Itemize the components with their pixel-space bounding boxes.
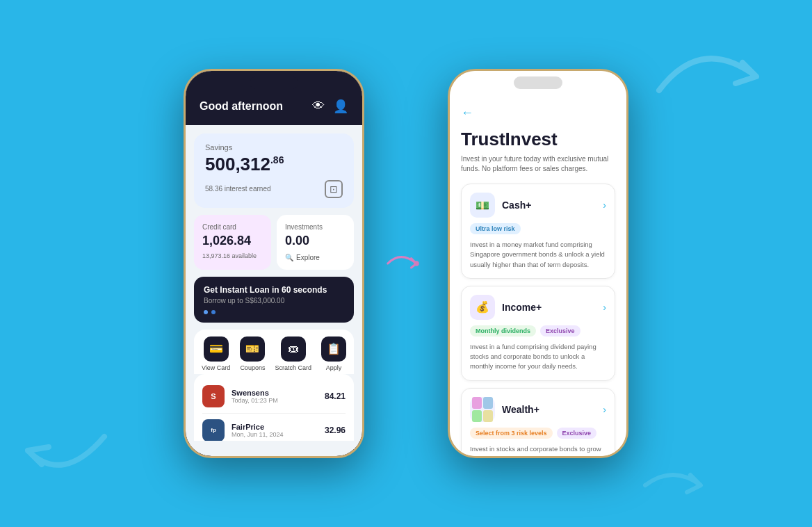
nav-coupons[interactable]: 🎫 Coupons — [240, 337, 265, 371]
credit-card-available: 13,973.16 available — [202, 252, 263, 259]
cash-tag-risk: Ultra low risk — [470, 223, 521, 234]
view-card-label: View Card — [202, 364, 230, 371]
loan-subtitle: Borrow up to S$63,000.00 — [204, 297, 344, 305]
back-button[interactable]: ← — [461, 106, 615, 120]
page-subtitle: Invest in your future today with exclusi… — [461, 154, 615, 174]
swensens-info: Swensens Today, 01:23 PM — [232, 389, 325, 404]
phone2-content: ← TrustInvest Invest in your future toda… — [450, 71, 626, 456]
cash-fund-name: Cash+ — [502, 200, 603, 211]
income-fund-desc: Invest in a fund comprising dividend pay… — [470, 342, 606, 372]
fund-card-income[interactable]: 💰 Income+ › Monthly dividends Exclusive … — [461, 286, 615, 381]
coupons-icon: 🎫 — [240, 337, 265, 362]
page-title: TrustInvest — [461, 129, 615, 150]
wealth-chevron-icon: › — [603, 404, 606, 415]
phone-1: Good afternoon 👁 👤 Savings 500,312.86 58… — [184, 69, 364, 458]
greeting-text: Good afternoon — [200, 100, 283, 113]
savings-amount-cents: .86 — [270, 154, 284, 165]
wealth-tag-exclusive: Exclusive — [557, 428, 597, 439]
transaction-fairprice[interactable]: fp FairPrice Mon, Jun 11, 2024 32.96 — [202, 414, 346, 441]
wealth-fund-name: Wealth+ — [502, 404, 603, 415]
phone2-notch — [514, 76, 562, 89]
dot-2 — [211, 310, 216, 314]
wealth-fund-header: Wealth+ › — [470, 397, 606, 422]
income-chevron-icon: › — [603, 302, 606, 313]
header-icons: 👁 👤 — [312, 99, 348, 114]
transaction-swensens[interactable]: S Swensens Today, 01:23 PM 84.21 — [202, 380, 346, 414]
loan-dots — [204, 310, 344, 314]
cash-fund-header: 💵 Cash+ › — [470, 193, 606, 218]
wealth-fund-desc: Invest in stocks and corporate bonds to … — [470, 444, 606, 457]
savings-label: Savings — [205, 143, 343, 152]
profile-icon[interactable]: 👤 — [333, 99, 348, 114]
income-fund-tags: Monthly dividends Exclusive — [470, 325, 606, 337]
swensens-date: Today, 01:23 PM — [232, 397, 325, 404]
savings-amount: 500,312.86 — [205, 154, 343, 175]
income-tag-exclusive: Exclusive — [540, 325, 580, 337]
phone1-screen: Good afternoon 👁 👤 Savings 500,312.86 58… — [186, 71, 362, 456]
nav-bar: 💳 View Card 🎫 Coupons 🎟 Scratch Card 📋 A… — [194, 330, 354, 374]
phone1-notch — [250, 76, 298, 89]
fairprice-name: FairPrice — [232, 423, 325, 431]
wealth-tag-risk: Select from 3 risk levels — [470, 428, 553, 439]
phone2-screen: ← TrustInvest Invest in your future toda… — [450, 71, 626, 456]
credit-card-label: Credit card — [202, 223, 263, 231]
income-fund-icon: 💰 — [470, 295, 495, 320]
fairprice-date: Mon, Jun 11, 2024 — [232, 431, 325, 438]
wealth-fund-icon — [470, 397, 495, 422]
phones-container: Good afternoon 👁 👤 Savings 500,312.86 58… — [184, 69, 628, 458]
fund-card-wealth[interactable]: Wealth+ › Select from 3 risk levels Excl… — [461, 388, 615, 457]
scratch-card-label: Scratch Card — [275, 364, 311, 371]
savings-amount-main: 500,312 — [205, 154, 270, 175]
investments-label: Investments — [285, 223, 346, 231]
scan-icon[interactable]: ⊡ — [325, 180, 343, 198]
loan-banner[interactable]: Get Instant Loan in 60 seconds Borrow up… — [194, 277, 354, 323]
cash-fund-tags: Ultra low risk — [470, 223, 606, 234]
savings-interest-text: 58.36 interest earned — [205, 185, 271, 193]
transactions-list: S Swensens Today, 01:23 PM 84.21 fp Fair… — [194, 374, 354, 441]
income-tag-dividends: Monthly dividends — [470, 325, 536, 337]
eye-icon[interactable]: 👁 — [312, 99, 325, 114]
cash-fund-desc: Invest in a money market fund comprising… — [470, 240, 606, 270]
view-card-icon: 💳 — [204, 337, 229, 362]
fairprice-info: FairPrice Mon, Jun 11, 2024 — [232, 423, 325, 438]
nav-view-card[interactable]: 💳 View Card — [202, 337, 230, 371]
explore-btn[interactable]: 🔍 Explore — [285, 254, 346, 261]
fairprice-logo: fp — [202, 419, 225, 441]
income-fund-header: 💰 Income+ › — [470, 295, 606, 320]
wealth-grid-1 — [472, 397, 482, 409]
swensens-logo: S — [202, 385, 225, 407]
income-fund-name: Income+ — [502, 302, 603, 313]
nav-apply[interactable]: 📋 Apply — [321, 337, 346, 371]
explore-icon: 🔍 — [285, 254, 293, 261]
nav-scratch-card[interactable]: 🎟 Scratch Card — [275, 337, 311, 371]
loan-title: Get Instant Loan in 60 seconds — [204, 285, 344, 295]
scratch-card-icon: 🎟 — [281, 337, 306, 362]
cash-fund-icon: 💵 — [470, 193, 495, 218]
arrow-connector — [385, 243, 427, 284]
dot-1 — [204, 310, 208, 314]
savings-interest: 58.36 interest earned ⊡ — [205, 180, 343, 198]
credit-card[interactable]: Credit card 1,026.84 13,973.16 available — [194, 215, 271, 270]
coupons-label: Coupons — [240, 364, 265, 371]
phone1-content: Savings 500,312.86 58.36 interest earned… — [186, 125, 362, 441]
swensens-name: Swensens — [232, 389, 325, 397]
wealth-grid-4 — [483, 410, 493, 422]
svg-point-0 — [414, 261, 419, 266]
apply-icon: 📋 — [321, 337, 346, 362]
cards-row: Credit card 1,026.84 13,973.16 available… — [194, 215, 354, 270]
apply-label: Apply — [326, 364, 342, 371]
investments-amount: 0.00 — [285, 234, 346, 248]
cash-chevron-icon: › — [603, 200, 606, 211]
investments-card[interactable]: Investments 0.00 🔍 Explore — [277, 215, 354, 270]
wealth-fund-tags: Select from 3 risk levels Exclusive — [470, 428, 606, 439]
credit-card-amount: 1,026.84 — [202, 234, 263, 248]
swensens-amount: 84.21 — [325, 391, 346, 401]
pink-arrow-svg — [385, 243, 427, 284]
phone-2: ← TrustInvest Invest in your future toda… — [448, 69, 628, 458]
wealth-grid-2 — [483, 397, 493, 409]
fund-card-cash[interactable]: 💵 Cash+ › Ultra low risk Invest in a mon… — [461, 184, 615, 279]
wealth-grid-3 — [472, 410, 482, 422]
explore-label: Explore — [296, 254, 320, 261]
savings-card[interactable]: Savings 500,312.86 58.36 interest earned… — [194, 133, 354, 208]
fairprice-amount: 32.96 — [325, 425, 346, 435]
